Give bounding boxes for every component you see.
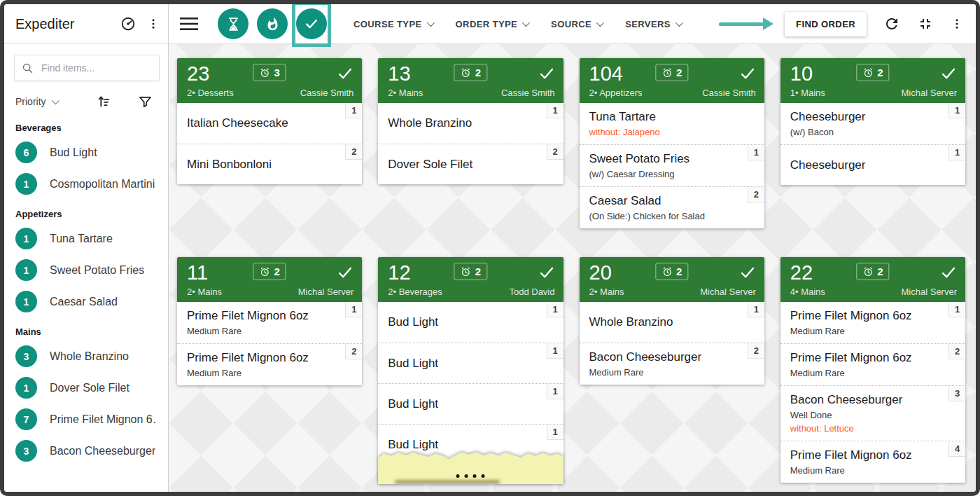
order-item-row[interactable]: 2Dover Sole Filet xyxy=(378,144,563,184)
checkmark-icon[interactable] xyxy=(538,264,555,281)
order-card[interactable]: 2022• MainsMichal Server1Whole Branzino2… xyxy=(580,257,764,385)
sidebar-list-item[interactable]: 1Dover Sole Filet xyxy=(4,372,168,404)
order-item-name: Whole Branzino xyxy=(589,314,755,331)
item-count-badge: 6 xyxy=(15,142,37,163)
checkmark-icon[interactable] xyxy=(337,65,354,82)
order-card[interactable]: 10422• AppetizersCassie SmithTuna Tartar… xyxy=(580,58,764,228)
priority-sort-dropdown[interactable]: Priority xyxy=(15,96,57,107)
order-item-row[interactable]: 1Bud Light xyxy=(378,343,563,383)
alarm-icon xyxy=(461,266,472,277)
sort-order-icon[interactable] xyxy=(96,94,111,109)
order-item-row[interactable]: 1Sweet Potato Fries(w/) Caesar Dressing xyxy=(580,144,764,186)
item-name-label: Caesar Salad xyxy=(50,296,118,308)
sidebar-list-item[interactable]: 7Prime Filet Mignon 6… xyxy=(4,404,168,435)
order-card-header: 1222• BeveragesTodd David xyxy=(378,257,563,302)
hourglass-filter-button[interactable] xyxy=(218,8,248,39)
order-card[interactable]: 2332• DessertsCassie Smith1Italian Chees… xyxy=(177,58,362,184)
cut-off-text-smudge xyxy=(395,480,500,484)
course-label: 2• Beverages xyxy=(388,287,442,297)
seat-number-badge: 2 xyxy=(748,343,764,359)
item-name-label: Bud Light xyxy=(50,146,97,159)
filter-icon[interactable] xyxy=(138,95,153,109)
order-item-name: Prime Filet Mignon 6oz xyxy=(187,350,352,366)
order-item-row[interactable]: 2Mini Bonbonloni xyxy=(177,144,362,184)
order-item-name: Tuna Tartare xyxy=(589,109,755,125)
checkmark-icon[interactable] xyxy=(739,264,756,281)
seat-number-badge: 1 xyxy=(948,145,965,160)
order-item-row[interactable]: 2Prime Filet Mignon 6ozMedium Rare xyxy=(780,343,965,385)
sidebar-list-item[interactable]: 1Cosmopolitan Martini xyxy=(4,168,168,200)
order-item-row[interactable]: 1Cheeseburger xyxy=(780,144,965,185)
filter-label: ORDER TYPE xyxy=(456,19,518,29)
order-card[interactable]: 2224• MainsMichal Server1Prime Filet Mig… xyxy=(780,257,965,483)
order-card[interactable]: 1222• BeveragesTodd David1Bud Light1Bud … xyxy=(378,257,563,484)
checkmark-icon[interactable] xyxy=(739,65,756,82)
more-items-overlay[interactable] xyxy=(378,450,563,484)
alarm-icon xyxy=(461,67,472,78)
order-number: 11 xyxy=(187,263,208,283)
refresh-icon[interactable] xyxy=(883,15,900,32)
order-item-row[interactable]: 1Whole Branzino xyxy=(580,302,764,343)
order-item-row[interactable]: 4Prime Filet Mignon 6ozMedium Rare xyxy=(780,441,965,483)
order-item-row[interactable]: 3Bacon CheeseburgerWell Donewithout: Let… xyxy=(780,385,965,441)
item-count-badge: 1 xyxy=(15,291,37,312)
order-item-row[interactable]: Tuna Tartarewithout: Jalapeno xyxy=(580,103,764,144)
sidebar-list-item[interactable]: 1Tuna Tartare xyxy=(4,223,168,254)
order-item-row[interactable]: 1Italian Cheesecake xyxy=(177,103,362,144)
order-item-row[interactable]: 1Bud Light xyxy=(378,383,563,424)
filter-dropdown-course-type[interactable]: COURSE TYPE xyxy=(354,19,433,29)
checkmark-icon[interactable] xyxy=(337,264,354,281)
item-name-label: Whole Branzino xyxy=(50,350,129,363)
timer-value: 2 xyxy=(676,67,682,78)
item-name-label: Prime Filet Mignon 6… xyxy=(50,413,157,426)
checkmark-icon[interactable] xyxy=(538,65,555,82)
server-name: Cassie Smith xyxy=(501,88,555,98)
filter-dropdown-servers[interactable]: SERVERS xyxy=(625,19,681,29)
order-card[interactable]: 1322• MainsCassie Smith1Whole Branzino2D… xyxy=(378,58,563,184)
toolbar: COURSE TYPEORDER TYPESOURCESERVERS FIND … xyxy=(169,4,976,44)
sidebar-list-item[interactable]: 6Bud Light xyxy=(4,137,168,168)
seat-number-badge: 1 xyxy=(547,384,564,399)
order-item-row[interactable]: 2Caesar Salad(On Side:) Chicken for Sala… xyxy=(580,186,764,228)
order-item-name: Bud Light xyxy=(388,355,553,372)
order-item-row[interactable]: 1Bud Light xyxy=(378,302,563,343)
search-box[interactable] xyxy=(14,55,160,81)
order-card[interactable]: 1021• MainsMichal Server1Cheeseburger(w/… xyxy=(780,58,965,185)
gauge-icon[interactable] xyxy=(120,16,136,32)
search-input[interactable] xyxy=(40,62,152,74)
filter-dropdown-source[interactable]: SOURCE xyxy=(551,19,602,29)
order-item-row[interactable]: 2Prime Filet Mignon 6ozMedium Rare xyxy=(177,343,362,385)
find-order-button[interactable]: FIND ORDER xyxy=(785,12,867,36)
checkmark-icon[interactable] xyxy=(940,264,957,281)
toolbar-kebab-menu-icon[interactable] xyxy=(951,18,963,30)
search-icon xyxy=(22,62,34,74)
order-item-row[interactable]: 1Whole Branzino xyxy=(378,103,563,144)
sidebar-kebab-menu-icon[interactable] xyxy=(147,18,160,30)
order-number: 10 xyxy=(790,64,813,84)
alarm-icon xyxy=(662,67,673,78)
checkmark-icon[interactable] xyxy=(940,65,957,82)
order-item-row[interactable]: 1Cheeseburger(w/) Bacon xyxy=(780,103,965,144)
order-item-row[interactable]: 2Bacon CheeseburgerMedium Rare xyxy=(580,343,764,385)
flame-filter-button[interactable] xyxy=(257,8,288,39)
sidebar-list-item[interactable]: 3Bacon Cheeseburger xyxy=(4,435,168,467)
order-item-name: Mini Bonbonloni xyxy=(187,156,352,173)
sidebar-section-header: Beverages xyxy=(4,113,168,137)
order-item-row[interactable]: 1Prime Filet Mignon 6ozMedium Rare xyxy=(780,302,965,343)
order-item-modifier: without: Jalapeno xyxy=(589,126,755,139)
done-filter-button[interactable] xyxy=(296,8,327,39)
server-name: Michal Server xyxy=(700,287,755,297)
order-card[interactable]: 1122• MainsMichal Server1Prime Filet Mig… xyxy=(177,257,362,385)
sidebar-section-header: Appetizers xyxy=(4,200,168,223)
hamburger-menu-icon[interactable] xyxy=(180,17,198,31)
timer-value: 2 xyxy=(274,266,279,277)
chevron-down-icon xyxy=(676,19,683,27)
main-area: COURSE TYPEORDER TYPESOURCESERVERS FIND … xyxy=(169,4,976,492)
sidebar-list-item[interactable]: 1Sweet Potato Fries xyxy=(4,254,168,286)
item-count-badge: 3 xyxy=(15,345,37,367)
compress-icon[interactable] xyxy=(917,15,934,32)
sidebar-list-item[interactable]: 1Caesar Salad xyxy=(4,286,168,317)
filter-dropdown-order-type[interactable]: ORDER TYPE xyxy=(456,19,528,29)
sidebar-list-item[interactable]: 3Whole Branzino xyxy=(4,340,168,372)
order-item-row[interactable]: 1Prime Filet Mignon 6ozMedium Rare xyxy=(177,302,362,343)
